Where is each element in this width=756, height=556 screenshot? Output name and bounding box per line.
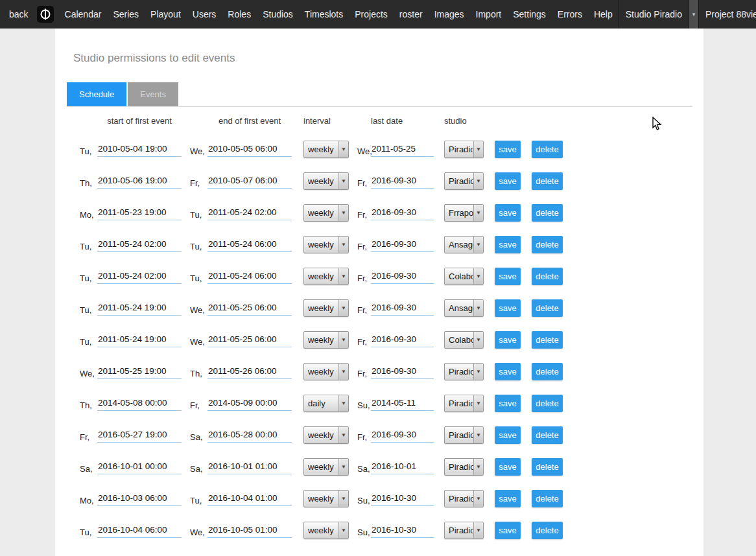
- save-button[interactable]: save: [495, 522, 521, 539]
- last-date-input[interactable]: [371, 459, 434, 474]
- end-of-first-event-input[interactable]: [207, 269, 292, 284]
- tab-schedule[interactable]: Schedule: [67, 82, 126, 106]
- end-of-first-event-input[interactable]: [207, 491, 292, 506]
- delete-button[interactable]: delete: [532, 141, 563, 158]
- nav-item-help[interactable]: Help: [588, 0, 619, 29]
- studio-select[interactable]: Colabo ▼: [444, 268, 484, 285]
- studio-select[interactable]: Piradio ▼: [444, 490, 484, 507]
- delete-button[interactable]: delete: [532, 236, 563, 253]
- interval-select[interactable]: weekly ▼: [303, 331, 349, 349]
- nav-item-roster[interactable]: roster: [394, 0, 429, 29]
- save-button[interactable]: save: [495, 141, 521, 158]
- save-button[interactable]: save: [495, 268, 521, 285]
- nav-item-studios[interactable]: Studios: [257, 0, 299, 29]
- last-date-input[interactable]: [371, 332, 434, 347]
- nav-item-users[interactable]: Users: [187, 0, 222, 29]
- nav-item-errors[interactable]: Errors: [552, 0, 588, 29]
- interval-select[interactable]: weekly ▼: [303, 172, 349, 190]
- studio-select[interactable]: Piradio ▼: [444, 172, 484, 190]
- start-of-first-event-input[interactable]: [97, 237, 182, 252]
- save-button[interactable]: save: [495, 458, 521, 476]
- studio-select[interactable]: Ansage ▼: [444, 236, 484, 253]
- end-of-first-event-input[interactable]: [207, 428, 292, 443]
- start-of-first-event-input[interactable]: [97, 269, 182, 284]
- last-date-input[interactable]: [371, 396, 434, 411]
- studio-select[interactable]: Piradio ▼: [444, 522, 484, 539]
- interval-select[interactable]: weekly ▼: [303, 236, 349, 253]
- nav-item-playout[interactable]: Playout: [145, 0, 187, 29]
- start-of-first-event-input[interactable]: [97, 428, 182, 443]
- studio-select[interactable]: Frrapo ▼: [444, 204, 484, 222]
- last-date-input[interactable]: [371, 237, 434, 252]
- end-of-first-event-input[interactable]: [207, 205, 292, 220]
- nav-item-series[interactable]: Series: [107, 0, 145, 29]
- save-button[interactable]: save: [495, 204, 521, 222]
- delete-button[interactable]: delete: [532, 522, 563, 539]
- save-button[interactable]: save: [495, 172, 521, 190]
- start-of-first-event-input[interactable]: [97, 491, 182, 506]
- end-of-first-event-input[interactable]: [207, 174, 292, 189]
- interval-select[interactable]: weekly ▼: [303, 426, 349, 444]
- delete-button[interactable]: delete: [532, 299, 563, 317]
- start-of-first-event-input[interactable]: [97, 364, 182, 379]
- nav-item-images[interactable]: Images: [429, 0, 470, 29]
- delete-button[interactable]: delete: [532, 363, 563, 380]
- last-date-input[interactable]: [371, 174, 434, 189]
- last-date-input[interactable]: [371, 491, 434, 506]
- nav-item-roles[interactable]: Roles: [222, 0, 257, 29]
- save-button[interactable]: save: [495, 395, 521, 412]
- save-button[interactable]: save: [495, 299, 521, 317]
- last-date-input[interactable]: [371, 269, 434, 284]
- studio-selector[interactable]: Studio Piradio ▾: [619, 0, 698, 29]
- interval-select[interactable]: weekly ▼: [303, 363, 349, 380]
- last-date-input[interactable]: [371, 364, 434, 379]
- end-of-first-event-input[interactable]: [207, 237, 292, 252]
- last-date-input[interactable]: [371, 428, 434, 443]
- nav-item-calendar[interactable]: Calendar: [59, 0, 108, 29]
- start-of-first-event-input[interactable]: [97, 459, 182, 474]
- save-button[interactable]: save: [495, 490, 521, 507]
- start-of-first-event-input[interactable]: [97, 301, 182, 316]
- save-button[interactable]: save: [495, 426, 521, 444]
- interval-select[interactable]: weekly ▼: [303, 204, 349, 222]
- start-of-first-event-input[interactable]: [97, 142, 182, 157]
- back-link[interactable]: back: [0, 0, 36, 29]
- chevron-down-icon[interactable]: ▾: [689, 0, 698, 29]
- last-date-input[interactable]: [371, 205, 434, 220]
- save-button[interactable]: save: [495, 236, 521, 253]
- start-of-first-event-input[interactable]: [97, 332, 182, 347]
- studio-select[interactable]: Piradio ▼: [444, 458, 484, 476]
- studio-select[interactable]: Piradio ▼: [444, 426, 484, 444]
- end-of-first-event-input[interactable]: [207, 459, 292, 474]
- interval-select[interactable]: weekly ▼: [303, 268, 349, 285]
- last-date-input[interactable]: [371, 301, 434, 316]
- start-of-first-event-input[interactable]: [97, 205, 182, 220]
- delete-button[interactable]: delete: [532, 172, 563, 190]
- interval-select[interactable]: weekly ▼: [303, 141, 349, 158]
- delete-button[interactable]: delete: [532, 395, 563, 412]
- interval-select[interactable]: weekly ▼: [303, 522, 349, 539]
- last-date-input[interactable]: [371, 523, 434, 538]
- interval-select[interactable]: daily ▼: [303, 395, 349, 412]
- end-of-first-event-input[interactable]: [207, 364, 292, 379]
- delete-button[interactable]: delete: [532, 426, 563, 444]
- delete-button[interactable]: delete: [532, 490, 563, 507]
- delete-button[interactable]: delete: [532, 268, 563, 285]
- end-of-first-event-input[interactable]: [207, 301, 292, 316]
- end-of-first-event-input[interactable]: [207, 142, 292, 157]
- studio-select[interactable]: Piradio ▼: [444, 141, 484, 158]
- interval-select[interactable]: weekly ▼: [303, 490, 349, 507]
- interval-select[interactable]: weekly ▼: [303, 458, 349, 476]
- end-of-first-event-input[interactable]: [207, 332, 292, 347]
- delete-button[interactable]: delete: [532, 204, 563, 222]
- start-of-first-event-input[interactable]: [97, 523, 182, 538]
- project-selector[interactable]: Project 88vier ▾: [698, 0, 756, 29]
- nav-item-projects[interactable]: Projects: [349, 0, 394, 29]
- studio-select[interactable]: Piradio ▼: [444, 395, 484, 412]
- studio-select[interactable]: Ansage ▼: [444, 299, 484, 317]
- end-of-first-event-input[interactable]: [207, 523, 292, 538]
- save-button[interactable]: save: [495, 331, 521, 349]
- start-of-first-event-input[interactable]: [97, 174, 182, 189]
- interval-select[interactable]: weekly ▼: [303, 299, 349, 317]
- tab-events[interactable]: Events: [128, 82, 178, 106]
